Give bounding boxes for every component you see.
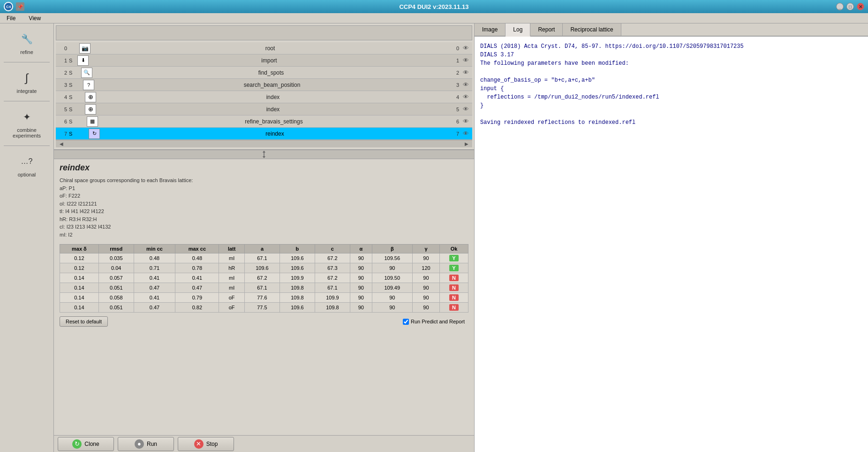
sidebar-item-optional[interactable]: …? optional: [2, 149, 52, 182]
row-num-2: 2: [58, 70, 67, 76]
cell-4-2: 0.41: [134, 293, 175, 303]
cell-2-1: 0.057: [98, 273, 134, 283]
cell-1-1: 0.04: [98, 263, 134, 273]
th-beta: β: [372, 245, 412, 253]
row-name-6: refine_bravais_settings: [100, 118, 448, 125]
sidebar-divider-3: [4, 146, 50, 146]
row-id-2: 2: [448, 70, 459, 76]
cell-4-10: 90: [412, 293, 439, 303]
stop-button[interactable]: ✕ Stop: [178, 437, 234, 451]
pipeline-row-0[interactable]: 0 📷 root 0 👁: [56, 42, 472, 54]
tab-image[interactable]: Image: [475, 23, 506, 36]
cell-4-6: 109.8: [279, 293, 315, 303]
cell-3-4: mI: [219, 283, 245, 293]
svg-marker-0: [263, 151, 265, 153]
pipeline-scroll[interactable]: ◀ ▶: [56, 140, 472, 147]
row-s-5: S: [69, 107, 75, 112]
cell-0-4: mI: [219, 253, 245, 263]
pipeline-row-3[interactable]: 3 S ? search_beam_position 3 👁: [56, 79, 472, 91]
th-gamma: γ: [412, 245, 439, 253]
maximize-button[interactable]: □: [846, 3, 854, 10]
cell-2-6: 109.9: [279, 273, 315, 283]
cell-4-ok: N: [439, 293, 468, 303]
row-s-1: S: [69, 58, 75, 63]
integrate-icon: ∫: [18, 69, 35, 86]
stop-label: Stop: [206, 441, 218, 447]
sidebar-item-refine[interactable]: 🔧 refine: [2, 26, 52, 59]
cell-2-7: 67.2: [315, 273, 350, 283]
details-description: Chiral space groups corresponding to eac…: [60, 176, 468, 238]
menu-file[interactable]: File: [4, 14, 18, 23]
tab-reciprocal-label: Reciprocal lattice: [570, 26, 613, 33]
cell-2-5: 67.2: [244, 273, 279, 283]
row-eye-6[interactable]: 👁: [461, 118, 470, 125]
refine-icon: 🔧: [18, 31, 35, 47]
cell-1-10: 120: [412, 263, 439, 273]
pin-icon[interactable]: 📌: [16, 2, 24, 11]
controls-row: Reset to default Run Predict and Report: [60, 316, 468, 327]
row-eye-1[interactable]: 👁: [461, 57, 470, 64]
table-row[interactable]: 0.120.040.710.78hR109.6109.667.39090120Y: [60, 263, 468, 273]
scroll-right[interactable]: ▶: [463, 140, 470, 147]
sidebar-item-integrate[interactable]: ∫ integrate: [2, 65, 52, 98]
row-eye-7[interactable]: 👁: [461, 130, 470, 137]
tab-report[interactable]: Report: [530, 23, 563, 36]
pipeline-row-5[interactable]: 5 S ⊕ index 5 👁: [56, 103, 472, 115]
table-row[interactable]: 0.140.0570.410.41mI67.2109.967.290109.50…: [60, 273, 468, 283]
pipeline-row-2[interactable]: 2 S 🔍 find_spots 2 👁: [56, 67, 472, 79]
tab-log-label: Log: [513, 26, 522, 33]
cell-5-8: 90: [350, 303, 372, 313]
row-eye-5[interactable]: 👁: [461, 106, 470, 113]
row-icon-2: 🔍: [81, 68, 92, 78]
row-eye-2[interactable]: 👁: [461, 69, 470, 76]
th-alpha: α: [350, 245, 372, 253]
pipeline-row-7[interactable]: 7 S ↻ reindex 7 👁: [56, 128, 472, 140]
run-button[interactable]: ● Run: [118, 437, 174, 451]
cell-3-10: 90: [412, 283, 439, 293]
details-area: reindex Chiral space groups correspondin…: [54, 159, 474, 435]
menu-view[interactable]: View: [26, 14, 44, 23]
row-eye-0[interactable]: 👁: [461, 45, 470, 52]
pipeline-row-6[interactable]: 6 S ▦ refine_bravais_settings 6 👁: [56, 115, 472, 128]
table-row[interactable]: 0.140.0580.410.79oF77.6109.8109.9909090N: [60, 293, 468, 303]
row-icon-4: ⊕: [85, 92, 96, 102]
run-predict-container: Run Predict and Report: [403, 319, 465, 325]
reset-button[interactable]: Reset to default: [60, 316, 108, 327]
row-name-2: find_spots: [94, 69, 448, 76]
bottom-toolbar: ↻ Clone ● Run ✕ Stop: [54, 435, 474, 452]
table-row[interactable]: 0.140.0510.470.82oF77.5109.6109.8909090N: [60, 303, 468, 313]
close-button[interactable]: ✕: [857, 3, 864, 10]
cell-5-10: 90: [412, 303, 439, 313]
resize-handle[interactable]: [54, 150, 474, 159]
run-label: Run: [147, 441, 157, 447]
scroll-left[interactable]: ◀: [58, 140, 65, 147]
cell-3-5: 67.1: [244, 283, 279, 293]
row-eye-4[interactable]: 👁: [461, 93, 470, 100]
table-row[interactable]: 0.140.0510.470.47mI67.1109.867.190109.49…: [60, 283, 468, 293]
cell-3-3: 0.47: [175, 283, 219, 293]
cell-2-10: 90: [412, 273, 439, 283]
table-scroll-area[interactable]: max δ rmsd min cc max cc latt a b c α β …: [60, 242, 468, 313]
tab-reciprocal[interactable]: Reciprocal lattice: [563, 23, 621, 36]
ok-badge: N: [449, 304, 459, 311]
row-eye-3[interactable]: 👁: [461, 81, 470, 88]
sidebar-item-combine[interactable]: ✦ combine experiments: [2, 104, 52, 143]
row-name-3: search_beam_position: [96, 82, 448, 88]
cell-5-4: oF: [219, 303, 245, 313]
table-row[interactable]: 0.120.0350.480.48mI67.1109.667.290109.56…: [60, 253, 468, 263]
cell-5-0: 0.14: [60, 303, 99, 313]
ok-badge: N: [449, 284, 459, 291]
cell-5-ok: N: [439, 303, 468, 313]
sidebar-divider-2: [4, 101, 50, 101]
clone-button[interactable]: ↻ Clone: [58, 437, 114, 451]
cell-3-7: 67.1: [315, 283, 350, 293]
cell-1-8: 90: [350, 263, 372, 273]
cell-1-2: 0.71: [134, 263, 175, 273]
cell-4-3: 0.79: [175, 293, 219, 303]
tab-log[interactable]: Log: [506, 23, 530, 37]
ok-badge: Y: [449, 265, 458, 271]
pipeline-row-4[interactable]: 4 S ⊕ index 4 👁: [56, 91, 472, 103]
pipeline-row-1[interactable]: 1 S ⬇ import 1 👁: [56, 54, 472, 67]
run-predict-checkbox[interactable]: [403, 319, 409, 325]
minimize-button[interactable]: _: [836, 3, 844, 10]
